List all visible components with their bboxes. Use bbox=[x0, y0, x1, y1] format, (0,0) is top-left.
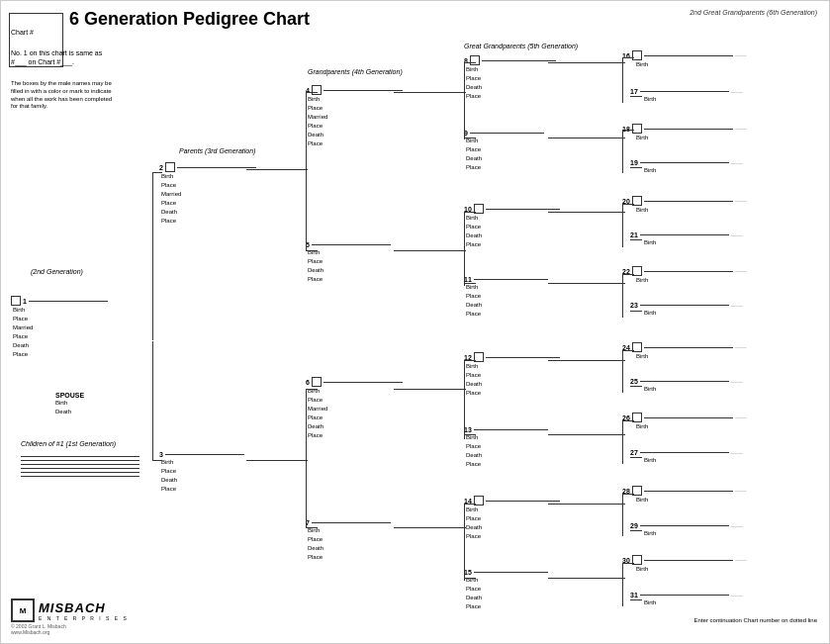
gen3-label: Parents (3rd Generation) bbox=[179, 147, 255, 154]
person-28: 28 —— Birth bbox=[622, 486, 747, 505]
person-3: 3 Birth Place Death Place bbox=[159, 451, 244, 494]
gen5-label: Great Grandparents (5th Generation) bbox=[464, 43, 578, 49]
person-4: 4 Birth Place Married Place Death Place bbox=[306, 85, 403, 148]
person-27: 27 —— Birth bbox=[630, 449, 743, 465]
person-8: 8 Birth Place Death Place bbox=[464, 55, 556, 101]
logo-sub: E N T E R P R I S E S bbox=[39, 615, 129, 621]
person-1: 1 Birth Place Married Place Death Place bbox=[11, 296, 108, 359]
person-14: 14 Birth Place Death Place bbox=[464, 496, 560, 541]
copyright: © 2002 Grant L. Misbach www.Misbach.org bbox=[11, 623, 129, 635]
page-title: 6 Generation Pedigree Chart bbox=[69, 9, 690, 31]
person-5: 5 Birth Place Death Place bbox=[306, 241, 391, 284]
children-label: Children of #1 (1st Generation) bbox=[21, 440, 116, 447]
gen2-label: (2nd Generation) bbox=[31, 268, 83, 275]
person-16: 16 —— Birth bbox=[622, 50, 747, 69]
chart-number: Chart # bbox=[11, 29, 34, 36]
person-7: 7 Birth Place Death Place bbox=[306, 519, 391, 562]
person-6: 6 Birth Place Married Place Death Place bbox=[306, 377, 403, 440]
person-30: 30 —— Birth bbox=[622, 555, 747, 574]
person-25: 25 —— Birth bbox=[630, 378, 743, 394]
person-23: 23 —— Birth bbox=[630, 302, 743, 318]
note2: The boxes by the male names may be fille… bbox=[11, 80, 120, 111]
person-20: 20 —— Birth bbox=[622, 196, 747, 215]
logo-text: MISBACH bbox=[39, 600, 129, 615]
spouse-section: SPOUSE Birth Death bbox=[55, 392, 84, 416]
person-15: 15 Birth Place Death Place bbox=[464, 569, 548, 611]
person-29: 29 —— Birth bbox=[630, 522, 743, 538]
person-24: 24 —— Birth bbox=[622, 342, 747, 361]
person-13: 13 Birth Place Death Place bbox=[464, 426, 548, 469]
person-9: 9 Birth Place Death Place bbox=[464, 130, 544, 172]
person-18: 18 —— Birth bbox=[622, 124, 747, 142]
person-11: 11 Birth Place Death Place bbox=[464, 276, 548, 319]
logo-area: M MISBACH E N T E R P R I S E S © 2002 G… bbox=[11, 598, 129, 635]
person-31: 31 —— Birth bbox=[630, 592, 743, 607]
person-2: 2 Birth Place Married Place Death Place bbox=[159, 162, 256, 226]
person-17: 17 —— Birth bbox=[630, 88, 743, 104]
person-22: 22 —— Birth bbox=[622, 266, 747, 285]
footer-note: Enter continuation Chart number on dotte… bbox=[694, 617, 817, 623]
person-19: 19 —— Birth bbox=[630, 159, 743, 175]
gen4-label: Grandparents (4th Generation) bbox=[308, 68, 403, 75]
note1: No. 1 on this chart is same as #___ on C… bbox=[11, 48, 110, 66]
person-10: 10 Birth Place Death Place bbox=[464, 204, 560, 249]
person-21: 21 —— Birth bbox=[630, 231, 743, 247]
person-26: 26 —— Birth bbox=[622, 413, 747, 431]
gen6-label: 2nd Great Grandparents (6th Generation) bbox=[690, 9, 817, 16]
person-12: 12 Birth Place Death Place bbox=[464, 352, 560, 398]
